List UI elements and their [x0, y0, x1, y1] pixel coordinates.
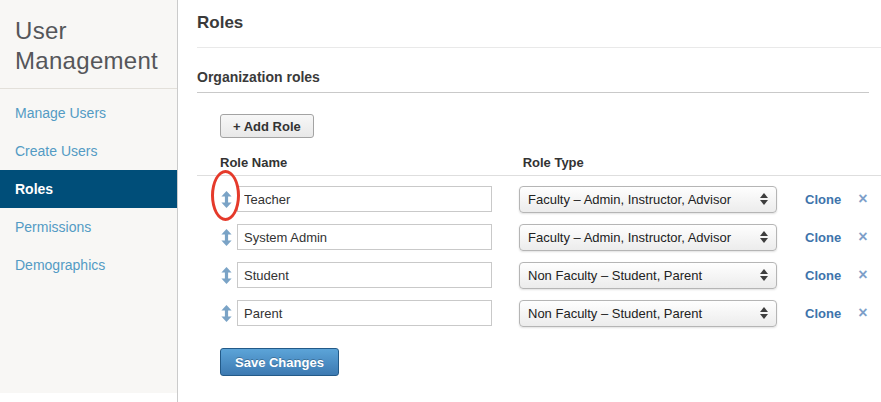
clone-link[interactable]: Clone: [805, 306, 841, 321]
add-role-button[interactable]: + Add Role: [220, 114, 314, 138]
sidebar-item-roles[interactable]: Roles: [0, 170, 177, 208]
main-content: Roles Organization roles + Add Role Role…: [178, 0, 881, 402]
role-name-input[interactable]: [237, 224, 492, 250]
role-name-input[interactable]: [237, 262, 492, 288]
column-role-name: Role Name: [220, 156, 519, 170]
sidebar-item-manage-users[interactable]: Manage Users: [0, 94, 177, 132]
select-arrows-icon: [760, 269, 768, 281]
save-changes-button[interactable]: Save Changes: [220, 348, 339, 376]
app-title: User Management: [0, 0, 177, 89]
role-type-value: Faculty – Admin, Instructor, Advisor: [528, 192, 731, 207]
remove-icon[interactable]: ×: [858, 229, 867, 245]
role-name-input[interactable]: [237, 300, 492, 326]
drag-handle-icon[interactable]: [221, 267, 232, 284]
role-type-value: Non Faculty – Student, Parent: [528, 268, 702, 283]
role-name-input[interactable]: [237, 186, 492, 212]
select-arrows-icon: [760, 307, 768, 319]
role-type-select[interactable]: Non Faculty – Student, Parent: [519, 300, 777, 327]
role-row: Non Faculty – Student, Parent Clone ×: [197, 256, 881, 294]
role-type-select[interactable]: Non Faculty – Student, Parent: [519, 262, 777, 289]
sidebar-item-label: Manage Users: [15, 105, 106, 121]
remove-icon[interactable]: ×: [858, 305, 867, 321]
sidebar-item-create-users[interactable]: Create Users: [0, 132, 177, 170]
table-header: Role Name Role Type: [197, 156, 881, 176]
select-arrows-icon: [760, 193, 768, 205]
role-type-select[interactable]: Faculty – Admin, Instructor, Advisor: [519, 224, 777, 251]
section-divider: [197, 92, 869, 93]
page-title: Roles: [197, 13, 881, 33]
clone-link[interactable]: Clone: [805, 268, 841, 283]
select-arrows-icon: [760, 231, 768, 243]
sidebar-nav: Manage Users Create Users Roles Permissi…: [0, 94, 177, 284]
drag-handle-icon[interactable]: [221, 191, 232, 208]
sidebar: User Management Manage Users Create User…: [0, 0, 177, 393]
role-row: Faculty – Admin, Instructor, Advisor Clo…: [197, 180, 881, 218]
column-role-type: Role Type: [523, 156, 584, 170]
role-type-select[interactable]: Faculty – Admin, Instructor, Advisor: [519, 186, 777, 213]
role-type-value: Non Faculty – Student, Parent: [528, 306, 702, 321]
role-rows: Faculty – Admin, Instructor, Advisor Clo…: [197, 176, 881, 332]
section-title: Organization roles: [197, 69, 881, 86]
role-row: Faculty – Admin, Instructor, Advisor Clo…: [197, 218, 881, 256]
sidebar-item-label: Roles: [15, 181, 53, 197]
remove-icon[interactable]: ×: [858, 267, 867, 283]
sidebar-item-demographics[interactable]: Demographics: [0, 246, 177, 284]
role-row: Non Faculty – Student, Parent Clone ×: [197, 294, 881, 332]
sidebar-item-permissions[interactable]: Permissions: [0, 208, 177, 246]
role-type-value: Faculty – Admin, Instructor, Advisor: [528, 230, 731, 245]
drag-handle-icon[interactable]: [221, 229, 232, 246]
clone-link[interactable]: Clone: [805, 192, 841, 207]
page: User Management Manage Users Create User…: [0, 0, 881, 402]
title-divider: [197, 47, 881, 48]
sidebar-item-label: Demographics: [15, 257, 105, 273]
sidebar-item-label: Permissions: [15, 219, 91, 235]
remove-icon[interactable]: ×: [858, 191, 867, 207]
drag-handle-icon[interactable]: [221, 305, 232, 322]
sidebar-item-label: Create Users: [15, 143, 97, 159]
clone-link[interactable]: Clone: [805, 230, 841, 245]
